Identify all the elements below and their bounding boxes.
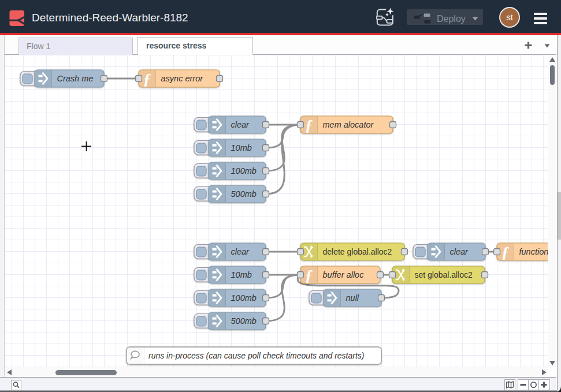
svg-text:null: null [346, 293, 359, 303]
svg-text:ƒ: ƒ [305, 266, 313, 284]
svg-text:buffer alloc: buffer alloc [323, 270, 365, 279]
svg-text:clear: clear [231, 247, 250, 256]
svg-text:ƒ: ƒ [143, 70, 151, 88]
svg-text:100mb: 100mb [231, 166, 257, 176]
svg-text:500mb: 500mb [231, 189, 257, 199]
svg-text:ƒ: ƒ [305, 116, 313, 134]
svg-text:Crash me: Crash me [57, 74, 94, 83]
svg-text:clear: clear [231, 120, 250, 129]
svg-text:clear: clear [450, 247, 469, 256]
svg-text:set global.alloc2: set global.alloc2 [415, 270, 473, 279]
svg-text:ƒ: ƒ [501, 243, 510, 261]
svg-text:runs in-process (can cause pol: runs in-process (can cause poll check ti… [148, 351, 365, 360]
svg-text:mem alocator: mem alocator [323, 120, 374, 129]
svg-text:100mb: 100mb [231, 293, 257, 303]
svg-text:10mb: 10mb [231, 143, 252, 152]
svg-text:function: function [519, 247, 548, 256]
svg-text:10mb: 10mb [231, 270, 252, 279]
svg-text:async error: async error [161, 74, 204, 83]
svg-text:delete global.alloc2: delete global.alloc2 [323, 247, 392, 256]
svg-text:500mb: 500mb [231, 316, 257, 326]
